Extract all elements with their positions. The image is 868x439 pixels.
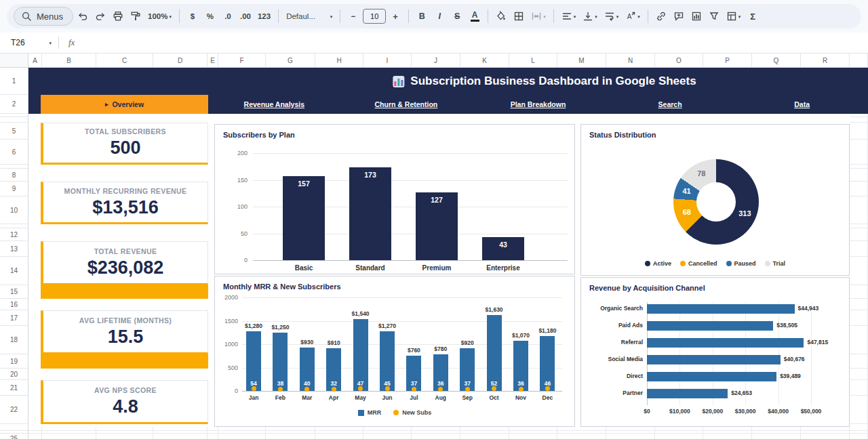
column-header-l[interactable]: L bbox=[509, 54, 557, 67]
nav-tab-plan-breakdown[interactable]: Plan Breakdown bbox=[472, 100, 604, 108]
spreadsheet-canvas[interactable]: Subscription Business Dashboard in Googl… bbox=[28, 68, 868, 439]
chart-subscribers-by-plan[interactable]: Subscribers by Plan050100150200157Basic1… bbox=[214, 124, 575, 274]
row-header-17[interactable]: 17 bbox=[0, 310, 28, 326]
row-header-21[interactable]: 21 bbox=[0, 380, 28, 396]
bar-referral bbox=[647, 338, 804, 348]
column-header-a[interactable]: A bbox=[28, 54, 42, 67]
column-header-g[interactable]: G bbox=[266, 54, 315, 67]
increase-decimals-button[interactable]: .00 bbox=[237, 7, 254, 25]
strikethrough-button[interactable]: S bbox=[449, 7, 465, 25]
menus-label: Menus bbox=[37, 12, 63, 22]
row-header-1[interactable]: 1 bbox=[0, 68, 28, 95]
kpi-card-total-subscribers[interactable]: TOTAL SUBSCRIBERS500 bbox=[41, 123, 208, 165]
insert-chart-button[interactable] bbox=[688, 7, 705, 25]
decrease-font-size-button[interactable]: − bbox=[345, 7, 361, 25]
column-header-j[interactable]: J bbox=[412, 54, 460, 67]
row-header-18[interactable]: 18 bbox=[0, 326, 28, 354]
kpi-card-avg-lifetime-months[interactable]: AVG LIFETIME (MONTHS)15.5 bbox=[41, 310, 208, 354]
row-header-20[interactable]: 20 bbox=[0, 369, 28, 380]
text-rotation-button[interactable]: A ▾ bbox=[623, 7, 643, 25]
format-currency-button[interactable]: $ bbox=[184, 7, 201, 25]
text-color-button[interactable]: A bbox=[467, 7, 483, 25]
kpi-card-total-revenue[interactable]: TOTAL REVENUE$236,082 bbox=[41, 241, 208, 285]
text-rotation-icon: A bbox=[625, 11, 636, 22]
row-header-13[interactable]: 13 bbox=[0, 241, 28, 257]
column-header-r[interactable]: R bbox=[801, 54, 850, 67]
row-header-8[interactable]: 8 bbox=[0, 169, 28, 182]
column-header-m[interactable]: M bbox=[557, 54, 606, 67]
row-header-15[interactable]: 15 bbox=[0, 285, 28, 299]
text-wrap-button[interactable]: ▾ bbox=[601, 7, 622, 25]
nav-tab-churn-retention[interactable]: Churn & Retention bbox=[340, 100, 473, 108]
row-header-9[interactable]: 9 bbox=[0, 182, 28, 196]
horizontal-align-icon bbox=[561, 11, 572, 22]
column-header-p[interactable]: P bbox=[703, 54, 752, 67]
menus-button[interactable]: Menus bbox=[14, 7, 73, 26]
paint-format-button[interactable] bbox=[127, 7, 144, 25]
column-header-o[interactable]: O bbox=[655, 54, 703, 67]
redo-button[interactable] bbox=[92, 7, 108, 25]
kpi-orange-separator bbox=[41, 285, 208, 299]
merge-cells-button[interactable]: ▾ bbox=[528, 7, 549, 25]
donut-segment-label-active: 313 bbox=[734, 209, 755, 217]
column-header-d[interactable]: D bbox=[153, 54, 208, 67]
horizontal-align-button[interactable]: ▾ bbox=[559, 7, 579, 25]
column-header-end[interactable] bbox=[850, 54, 868, 67]
column-header-i[interactable]: I bbox=[363, 54, 412, 67]
row-header-19[interactable]: 19 bbox=[0, 354, 28, 369]
functions-button[interactable]: Σ bbox=[745, 7, 761, 25]
row-header-22[interactable]: 22 bbox=[0, 396, 28, 424]
column-header-h[interactable]: H bbox=[315, 54, 363, 67]
row-header-25[interactable]: 25 bbox=[0, 434, 28, 439]
column-header-f[interactable]: F bbox=[218, 54, 266, 67]
nav-tab-search[interactable]: Search bbox=[604, 100, 736, 108]
row-header-23[interactable] bbox=[0, 424, 28, 431]
vertical-align-button[interactable]: ▾ bbox=[580, 7, 600, 25]
undo-button[interactable] bbox=[75, 7, 91, 25]
italic-button[interactable]: I bbox=[431, 7, 448, 25]
chart-revenue-by-acquisition-channel[interactable]: Revenue by Acquisition Channel$0$10,000$… bbox=[580, 277, 850, 427]
row-header-4[interactable] bbox=[0, 117, 28, 123]
chart-status-distribution[interactable]: Status Distribution313684178ActiveCancel… bbox=[580, 124, 850, 276]
column-header-c[interactable]: C bbox=[96, 54, 153, 67]
row-header-10[interactable]: 10 bbox=[0, 196, 28, 224]
row-header-2[interactable]: 2 bbox=[0, 95, 28, 114]
column-header-b[interactable]: B bbox=[42, 54, 96, 67]
column-header-n[interactable]: N bbox=[606, 54, 655, 67]
column-header-e[interactable]: E bbox=[208, 54, 218, 67]
select-all-corner[interactable] bbox=[0, 54, 28, 68]
row-header-5[interactable]: 5 bbox=[0, 123, 28, 140]
nav-tab-data[interactable]: Data bbox=[736, 100, 868, 108]
new-subs-count-label: 40 bbox=[300, 380, 315, 387]
column-header-q[interactable]: Q bbox=[752, 54, 801, 67]
print-button[interactable] bbox=[110, 7, 126, 25]
fill-color-button[interactable] bbox=[493, 7, 509, 25]
borders-button[interactable] bbox=[511, 7, 527, 25]
emoji-bar bbox=[394, 81, 396, 86]
table-view-button[interactable]: ▾ bbox=[724, 7, 744, 25]
nav-tab-revenue-analysis[interactable]: Revenue Analysis bbox=[208, 100, 340, 108]
name-box[interactable]: T26 ▾ bbox=[0, 33, 58, 53]
row-header-6[interactable]: 6 bbox=[0, 140, 28, 165]
zoom-control[interactable]: 100% ▾ bbox=[145, 7, 174, 25]
row-header-12[interactable]: 12 bbox=[0, 228, 28, 241]
format-percent-button[interactable]: % bbox=[202, 7, 218, 25]
increase-font-size-button[interactable]: + bbox=[387, 7, 403, 25]
font-size-input[interactable]: 10 bbox=[363, 9, 386, 24]
column-header-k[interactable]: K bbox=[460, 54, 509, 67]
kpi-card-avg-nps-score[interactable]: AVG NPS SCORE4.8 bbox=[41, 380, 208, 424]
font-select[interactable]: Defaul... ▾ bbox=[283, 7, 335, 25]
number-format-button[interactable]: 123 bbox=[255, 7, 273, 25]
decrease-decimals-button[interactable]: .0 bbox=[220, 7, 236, 25]
create-filter-button[interactable] bbox=[706, 7, 722, 25]
row-header-16[interactable]: 16 bbox=[0, 299, 28, 310]
column-headers: ABCDEFGHIJKLMNOPQR bbox=[28, 54, 868, 68]
row-header-14[interactable]: 14 bbox=[0, 257, 28, 285]
insert-link-button[interactable] bbox=[653, 7, 669, 25]
bold-button[interactable]: B bbox=[414, 7, 430, 25]
kpi-card-monthly-recurring-revenue[interactable]: MONTHLY RECURRING REVENUE$13,516 bbox=[41, 182, 208, 224]
chart-monthly-mrr-new-subscribers[interactable]: Monthly MRR & New Subscribers05001000150… bbox=[214, 276, 575, 427]
nav-tab-overview[interactable]: ▸Overview bbox=[41, 95, 208, 114]
insert-comment-button[interactable] bbox=[671, 7, 687, 25]
toolbar-separator bbox=[488, 9, 488, 23]
